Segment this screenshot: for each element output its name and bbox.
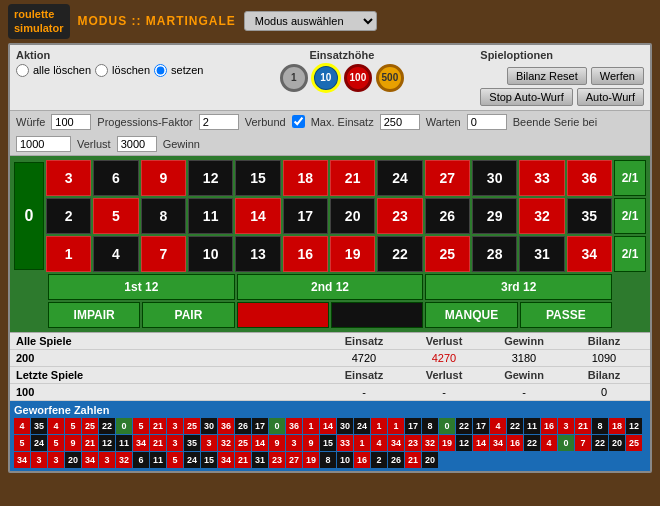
- thrown-number[interactable]: 19: [303, 452, 319, 468]
- thrown-number[interactable]: 34: [14, 452, 30, 468]
- thrown-number[interactable]: 11: [116, 435, 132, 451]
- thrown-number[interactable]: 16: [541, 418, 557, 434]
- thrown-number[interactable]: 21: [235, 452, 251, 468]
- num-cell-20[interactable]: 20: [330, 198, 375, 234]
- num-cell-9[interactable]: 9: [141, 160, 186, 196]
- num-cell-35[interactable]: 35: [567, 198, 612, 234]
- beende-input[interactable]: [16, 136, 71, 152]
- thrown-number[interactable]: 35: [31, 418, 47, 434]
- thrown-number[interactable]: 17: [252, 418, 268, 434]
- thrown-number[interactable]: 36: [218, 418, 234, 434]
- chip-500[interactable]: 500: [376, 64, 404, 92]
- thrown-number[interactable]: 12: [626, 418, 642, 434]
- num-cell-29[interactable]: 29: [472, 198, 517, 234]
- num-cell-24[interactable]: 24: [377, 160, 422, 196]
- num-cell-5[interactable]: 5: [93, 198, 138, 234]
- bilanz-reset-button[interactable]: Bilanz Reset: [507, 67, 587, 85]
- thrown-number[interactable]: 9: [269, 435, 285, 451]
- thrown-number[interactable]: 24: [354, 418, 370, 434]
- bet-manque[interactable]: MANQUE: [425, 302, 517, 328]
- num-cell-36[interactable]: 36: [567, 160, 612, 196]
- thrown-number[interactable]: 7: [575, 435, 591, 451]
- thrown-number[interactable]: 34: [133, 435, 149, 451]
- thrown-number[interactable]: 18: [609, 418, 625, 434]
- num-cell-17[interactable]: 17: [283, 198, 328, 234]
- num-cell-22[interactable]: 22: [377, 236, 422, 272]
- thrown-number[interactable]: 4: [48, 418, 64, 434]
- thrown-number[interactable]: 11: [524, 418, 540, 434]
- num-cell-33[interactable]: 33: [519, 160, 564, 196]
- thrown-number[interactable]: 34: [218, 452, 234, 468]
- dozen-1st[interactable]: 1st 12: [48, 274, 235, 300]
- thrown-number[interactable]: 34: [490, 435, 506, 451]
- num-cell-19[interactable]: 19: [330, 236, 375, 272]
- thrown-number[interactable]: 11: [150, 452, 166, 468]
- thrown-number[interactable]: 17: [473, 418, 489, 434]
- num-cell-7[interactable]: 7: [141, 236, 186, 272]
- bet-black[interactable]: [331, 302, 423, 328]
- num-cell-31[interactable]: 31: [519, 236, 564, 272]
- thrown-number[interactable]: 3: [167, 435, 183, 451]
- thrown-number[interactable]: 4: [14, 418, 30, 434]
- werfen-button[interactable]: Werfen: [591, 67, 644, 85]
- thrown-number[interactable]: 21: [405, 452, 421, 468]
- num-cell-28[interactable]: 28: [472, 236, 517, 272]
- thrown-number[interactable]: 23: [405, 435, 421, 451]
- num-cell-14[interactable]: 14: [235, 198, 280, 234]
- thrown-number[interactable]: 30: [201, 418, 217, 434]
- num-cell-1[interactable]: 1: [46, 236, 91, 272]
- thrown-number[interactable]: 25: [82, 418, 98, 434]
- num-cell-32[interactable]: 32: [519, 198, 564, 234]
- num-cell-4[interactable]: 4: [93, 236, 138, 272]
- num-cell-3[interactable]: 3: [46, 160, 91, 196]
- warten-input[interactable]: [467, 114, 507, 130]
- thrown-number[interactable]: 2: [371, 452, 387, 468]
- num-cell-34[interactable]: 34: [567, 236, 612, 272]
- num-cell-25[interactable]: 25: [425, 236, 470, 272]
- thrown-number[interactable]: 6: [133, 452, 149, 468]
- num-cell-12[interactable]: 12: [188, 160, 233, 196]
- verlust-input[interactable]: [117, 136, 157, 152]
- thrown-number[interactable]: 0: [439, 418, 455, 434]
- num-cell-18[interactable]: 18: [283, 160, 328, 196]
- thrown-number[interactable]: 1: [388, 418, 404, 434]
- thrown-number[interactable]: 5: [48, 435, 64, 451]
- thrown-number[interactable]: 1: [303, 418, 319, 434]
- num-cell-10[interactable]: 10: [188, 236, 233, 272]
- thrown-number[interactable]: 14: [320, 418, 336, 434]
- thrown-number[interactable]: 21: [150, 435, 166, 451]
- thrown-number[interactable]: 22: [592, 435, 608, 451]
- thrown-number[interactable]: 21: [575, 418, 591, 434]
- thrown-number[interactable]: 25: [184, 418, 200, 434]
- bet-passe[interactable]: PASSE: [520, 302, 612, 328]
- num-cell-8[interactable]: 8: [141, 198, 186, 234]
- thrown-number[interactable]: 14: [252, 435, 268, 451]
- thrown-number[interactable]: 5: [167, 452, 183, 468]
- zero-cell[interactable]: 0: [14, 162, 44, 270]
- num-cell-27[interactable]: 27: [425, 160, 470, 196]
- thrown-number[interactable]: 17: [405, 418, 421, 434]
- num-cell-16[interactable]: 16: [283, 236, 328, 272]
- verbund-checkbox[interactable]: [292, 115, 305, 128]
- dozen-3rd[interactable]: 3rd 12: [425, 274, 612, 300]
- max-einsatz-input[interactable]: [380, 114, 420, 130]
- thrown-number[interactable]: 32: [116, 452, 132, 468]
- auto-wurf-button[interactable]: Auto-Wurf: [577, 88, 644, 106]
- stop-auto-button[interactable]: Stop Auto-Wurf: [480, 88, 572, 106]
- num-cell-2[interactable]: 2: [46, 198, 91, 234]
- thrown-number[interactable]: 21: [150, 418, 166, 434]
- thrown-number[interactable]: 20: [65, 452, 81, 468]
- radio-setzen[interactable]: [154, 64, 167, 77]
- num-cell-15[interactable]: 15: [235, 160, 280, 196]
- thrown-number[interactable]: 15: [201, 452, 217, 468]
- thrown-number[interactable]: 19: [439, 435, 455, 451]
- thrown-number[interactable]: 3: [201, 435, 217, 451]
- thrown-number[interactable]: 4: [541, 435, 557, 451]
- thrown-number[interactable]: 12: [99, 435, 115, 451]
- thrown-number[interactable]: 30: [337, 418, 353, 434]
- thrown-number[interactable]: 1: [371, 418, 387, 434]
- radio-loeschen[interactable]: [95, 64, 108, 77]
- thrown-number[interactable]: 24: [184, 452, 200, 468]
- bet-pair[interactable]: PAIR: [142, 302, 234, 328]
- thrown-number[interactable]: 9: [303, 435, 319, 451]
